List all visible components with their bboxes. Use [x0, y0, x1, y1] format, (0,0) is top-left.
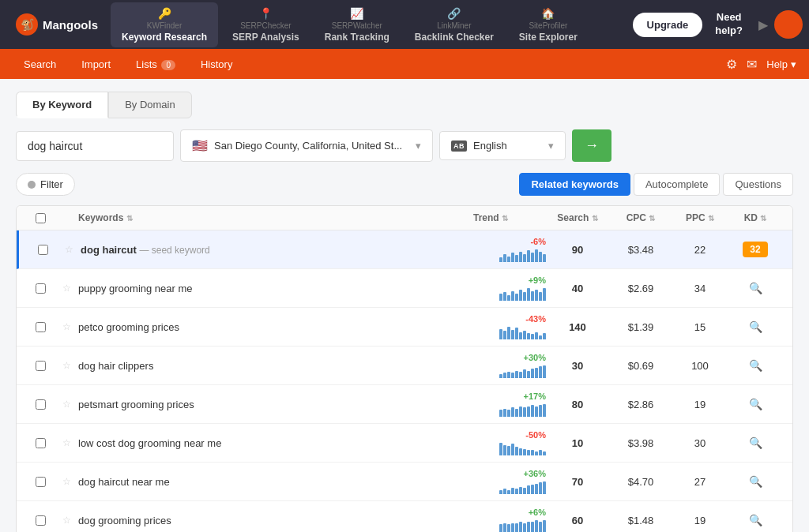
ppc-sort-icon: ⇅ — [708, 214, 714, 223]
kd-search-icon[interactable]: 🔍 — [749, 436, 762, 449]
linkminer-icon: 🔗 — [447, 7, 461, 20]
go-button[interactable]: → — [572, 129, 611, 162]
row-checkbox[interactable] — [36, 438, 46, 448]
row-star[interactable]: ☆ — [55, 476, 78, 487]
row-trend: +30% — [435, 353, 546, 378]
nav-arrow-icon[interactable]: ▶ — [755, 17, 771, 32]
table-row: ☆ petsmart grooming prices +17% 80 $2.86… — [17, 385, 792, 424]
header-check[interactable] — [26, 213, 55, 223]
row-checkbox[interactable] — [36, 283, 46, 294]
row-checkbox-area[interactable] — [26, 399, 55, 410]
row-star[interactable]: ☆ — [55, 283, 78, 294]
row-search-volume: 40 — [546, 283, 609, 294]
row-keyword: dog hair clippers — [78, 360, 435, 372]
kwfinder-main-name: Keyword Research — [122, 32, 207, 43]
trend-percent: +17% — [524, 392, 546, 401]
trend-percent: +30% — [524, 353, 546, 362]
serpchecker-tool-name: SERPChecker — [240, 21, 291, 30]
header-keywords[interactable]: Keywords ⇅ — [78, 212, 435, 223]
trend-bars — [499, 325, 546, 339]
language-label: English — [473, 140, 507, 152]
row-checkbox-area[interactable] — [26, 438, 55, 448]
tab-by-domain[interactable]: By Domain — [108, 92, 192, 118]
header-trend[interactable]: Trend ⇅ — [435, 212, 546, 223]
nav-import[interactable]: Import — [70, 54, 122, 75]
row-checkbox[interactable] — [36, 322, 46, 332]
keyword-input[interactable] — [16, 131, 174, 161]
row-keyword: dog haircut — seed keyword — [81, 244, 435, 256]
logo-text: Mangools — [43, 18, 98, 32]
kd-search-icon[interactable]: 🔍 — [749, 398, 762, 410]
header-ppc[interactable]: PPC ⇅ — [672, 212, 728, 223]
settings-icon[interactable]: ⚙ — [726, 57, 737, 72]
row-checkbox[interactable] — [36, 361, 46, 371]
row-checkbox-area[interactable] — [26, 477, 55, 487]
row-kd[interactable]: 🔍 — [728, 514, 783, 526]
row-checkbox-area[interactable] — [26, 515, 55, 526]
email-icon[interactable]: ✉ — [747, 57, 757, 72]
row-checkbox[interactable] — [36, 399, 46, 410]
kd-search-icon[interactable]: 🔍 — [749, 514, 762, 526]
row-kd[interactable]: 🔍 — [728, 359, 783, 372]
header-kd[interactable]: KD ⇅ — [728, 212, 783, 223]
kd-search-icon[interactable]: 🔍 — [749, 359, 762, 372]
nav-lists[interactable]: Lists 0 — [125, 54, 186, 75]
row-star[interactable]: ☆ — [57, 244, 81, 255]
row-keyword: dog haircut near me — [78, 476, 435, 488]
nav-linkminer[interactable]: 🔗 LinkMiner Backlink Checker — [404, 2, 505, 47]
kd-sort-icon: ⇅ — [760, 214, 766, 223]
filter-tab-autocomplete[interactable]: Autocomplete — [634, 173, 721, 196]
row-checkbox-area[interactable] — [28, 245, 57, 255]
filter-tab-questions[interactable]: Questions — [723, 173, 793, 196]
kd-search-icon[interactable]: 🔍 — [749, 475, 762, 488]
row-kd[interactable]: 🔍 — [728, 475, 783, 488]
upgrade-button[interactable]: Upgrade — [633, 13, 703, 37]
user-avatar[interactable] — [774, 10, 803, 39]
lists-badge: 0 — [161, 60, 175, 70]
language-selector[interactable]: AB English ▾ — [439, 131, 566, 160]
filter-tab-related[interactable]: Related keywords — [519, 173, 630, 196]
header-cpc[interactable]: CPC ⇅ — [609, 212, 672, 223]
row-checkbox[interactable] — [38, 245, 48, 255]
row-kd[interactable]: 🔍 — [728, 282, 783, 294]
nav-serpwatcher[interactable]: 📈 SERPWatcher Rank Tracking — [314, 2, 401, 47]
header-search[interactable]: Search ⇅ — [546, 212, 609, 223]
row-star[interactable]: ☆ — [55, 437, 78, 448]
row-star[interactable]: ☆ — [55, 360, 78, 371]
location-selector[interactable]: 🇺🇸 San Diego County, California, United … — [180, 129, 433, 162]
nav-search[interactable]: Search — [13, 54, 67, 75]
table-row: ☆ puppy grooming near me +9% 40 $2.69 34… — [17, 269, 792, 308]
row-cpc: $1.48 — [609, 515, 672, 526]
kd-search-icon[interactable]: 🔍 — [749, 282, 762, 294]
siteprofiler-icon: 🏠 — [541, 7, 555, 20]
row-trend: +17% — [435, 392, 546, 417]
nav-serpchecker[interactable]: 📍 SERPChecker SERP Analysis — [221, 2, 310, 47]
filter-button[interactable]: Filter — [16, 173, 75, 196]
select-all-checkbox[interactable] — [36, 213, 46, 223]
nav-siteprofiler[interactable]: 🏠 SiteProfiler Site Explorer — [508, 2, 589, 47]
language-icon: AB — [451, 140, 467, 152]
row-kd[interactable]: 🔍 — [728, 436, 783, 449]
kd-search-icon[interactable]: 🔍 — [749, 320, 762, 333]
filter-label: Filter — [40, 178, 63, 190]
top-navigation: 🐒 Mangools 🔑 KWFinder Keyword Research 📍… — [0, 0, 809, 49]
tab-by-keyword[interactable]: By Keyword — [16, 92, 108, 118]
filter-row: Filter Related keywords Autocomplete Que… — [16, 173, 793, 196]
row-search-volume: 60 — [546, 515, 609, 526]
row-checkbox-area[interactable] — [26, 322, 55, 332]
logo[interactable]: 🐒 Mangools — [6, 13, 107, 36]
row-cpc: $2.86 — [609, 399, 672, 410]
row-kd[interactable]: 🔍 — [728, 398, 783, 410]
row-star[interactable]: ☆ — [55, 515, 78, 526]
nav-history[interactable]: History — [190, 54, 243, 75]
table-row: ☆ dog haircut — seed keyword -6% 90 $3.4… — [17, 230, 792, 269]
row-checkbox-area[interactable] — [26, 361, 55, 371]
row-kd[interactable]: 🔍 — [728, 320, 783, 333]
help-button[interactable]: Help ▾ — [766, 58, 796, 70]
row-checkbox[interactable] — [36, 477, 46, 487]
nav-kwfinder[interactable]: 🔑 KWFinder Keyword Research — [111, 2, 218, 47]
row-checkbox-area[interactable] — [26, 283, 55, 294]
row-star[interactable]: ☆ — [55, 399, 78, 410]
row-checkbox[interactable] — [36, 515, 46, 526]
row-star[interactable]: ☆ — [55, 321, 78, 332]
